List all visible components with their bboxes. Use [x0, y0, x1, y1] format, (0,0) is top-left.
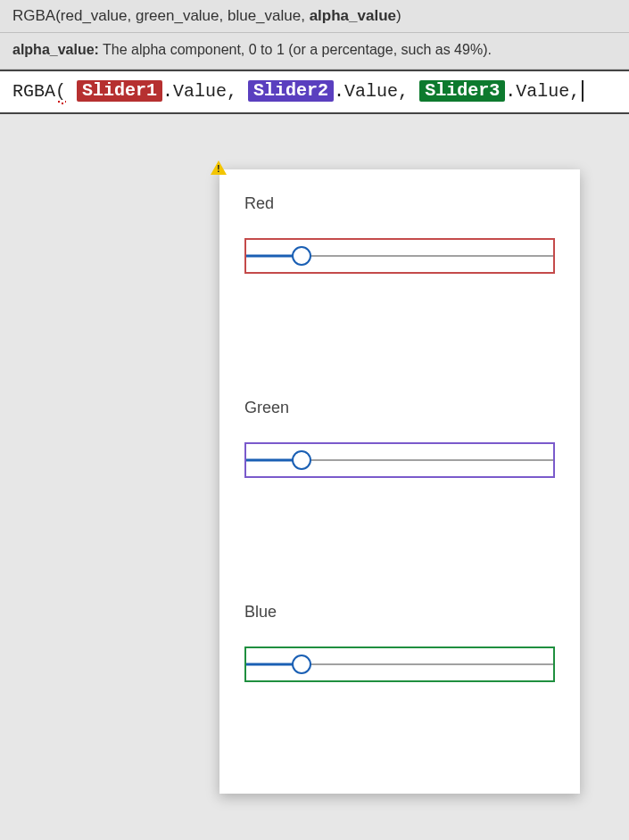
slider-track-empty: [302, 256, 553, 257]
param-description: The alpha component, 0 to 1 (or a percen…: [99, 42, 492, 57]
formula-bar[interactable]: RGBA ( Slider1 .Value, Slider2 .Value, S…: [0, 70, 629, 114]
formula-func-name: RGBA: [12, 81, 55, 102]
slider-thumb[interactable]: [292, 655, 311, 674]
slider-blue[interactable]: [244, 646, 555, 682]
slider-track-empty: [302, 664, 553, 665]
intellisense-tooltip: RGBA(red_value, green_value, blue_value,…: [0, 0, 629, 70]
slider3-token-chip: Slider3: [419, 80, 505, 102]
syntax-error-squiggle: (: [55, 81, 66, 102]
slider1-token-chip: Slider1: [77, 80, 162, 102]
formula-segment-2: .Value,: [334, 81, 409, 102]
text-cursor: [582, 80, 583, 102]
slider-group-blue: Blue: [244, 603, 555, 682]
slider-group-red: Red: [244, 194, 555, 274]
slider-thumb[interactable]: [292, 246, 311, 266]
slider-label-green: Green: [244, 399, 555, 417]
slider-label-red: Red: [244, 194, 555, 213]
warning-icon[interactable]: [211, 161, 227, 177]
slider-group-green: Green: [244, 399, 555, 478]
slider-track-empty: [302, 460, 553, 461]
signature-current-param: alpha_value: [310, 7, 396, 24]
signature-prefix: RGBA(red_value, green_value, blue_value,: [12, 7, 310, 24]
slider-label-blue: Blue: [244, 603, 555, 622]
slider-red[interactable]: [244, 238, 555, 274]
slider-green[interactable]: [244, 442, 555, 478]
slider-thumb[interactable]: [292, 450, 311, 470]
formula-segment-1: .Value,: [162, 81, 237, 102]
formula-segment-3: .Value,: [505, 81, 580, 102]
function-signature: RGBA(red_value, green_value, blue_value,…: [0, 0, 629, 33]
preview-panel[interactable]: Red Green Blue: [219, 169, 580, 794]
param-name: alpha_value:: [12, 42, 99, 57]
signature-suffix: ): [396, 7, 401, 24]
slider2-token-chip: Slider2: [248, 80, 334, 102]
design-canvas[interactable]: Red Green Blue: [0, 114, 629, 811]
param-description-row: alpha_value: The alpha component, 0 to 1…: [0, 33, 629, 69]
